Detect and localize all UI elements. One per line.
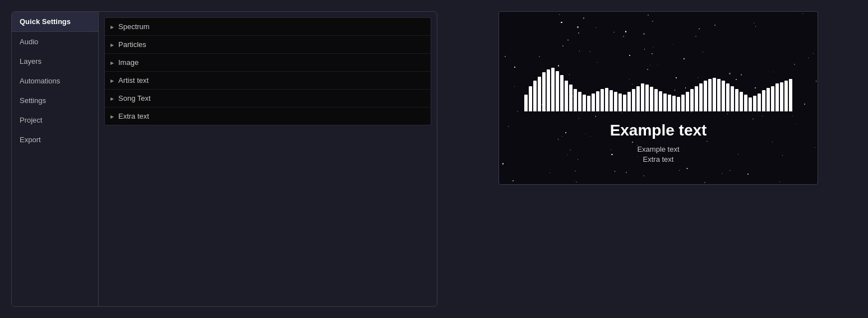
app-container: Quick SettingsAudioLayersAutomationsSett…	[0, 0, 868, 318]
layer-item-particles[interactable]: ▶Particles	[105, 36, 431, 54]
spectrum-bar	[726, 83, 730, 111]
spectrum-bar	[592, 93, 595, 111]
spectrum-bar	[610, 90, 613, 111]
preview-main-text: Example text	[610, 121, 707, 139]
spectrum-bar	[605, 88, 608, 111]
spectrum-bar	[708, 79, 712, 111]
spectrum-bar	[735, 89, 738, 111]
spectrum-bar	[758, 93, 761, 111]
layer-label: Extra text	[118, 112, 149, 120]
spectrum-bar	[789, 79, 792, 111]
sidebar-item-automations[interactable]: Automations	[12, 71, 98, 91]
spectrum-bar	[780, 82, 783, 111]
sidebar-item-quick-settings[interactable]: Quick Settings	[12, 12, 98, 32]
spectrum-bar	[551, 68, 555, 111]
spectrum-bar	[538, 77, 541, 111]
sidebar: Quick SettingsAudioLayersAutomationsSett…	[12, 12, 99, 306]
layers-list: ▶Spectrum▶Particles▶Image▶Artist text▶So…	[104, 17, 431, 125]
spectrum-bar	[529, 86, 532, 111]
preview-box: Example text Example text Extra text	[498, 11, 818, 185]
spectrum-bar	[614, 92, 617, 111]
spectrum-bar	[547, 69, 550, 111]
spectrum-bar	[659, 91, 662, 111]
chevron-right-icon: ▶	[110, 114, 115, 119]
spectrum-bar	[654, 89, 658, 111]
spectrum-bar	[623, 95, 626, 111]
spectrum-bar	[690, 89, 694, 111]
spectrum-bar	[560, 75, 564, 111]
layer-item-artist-text[interactable]: ▶Artist text	[105, 72, 431, 90]
spectrum-bar	[713, 78, 716, 111]
spectrum-bar	[731, 86, 734, 111]
spectrum-bar	[601, 89, 604, 111]
spectrum-bar	[574, 89, 577, 111]
spectrum-bar	[749, 97, 752, 111]
spectrum-bar	[627, 92, 631, 111]
sidebar-item-layers[interactable]: Layers	[12, 52, 98, 71]
spectrum-bar	[542, 72, 546, 111]
spectrum-bar	[663, 93, 667, 111]
spectrum-bar	[704, 81, 707, 111]
spectrum-bar	[650, 87, 653, 111]
spectrum-bar	[767, 88, 770, 111]
chevron-right-icon: ▶	[110, 60, 115, 65]
layer-label: Spectrum	[118, 22, 150, 31]
spectrum-bar	[569, 85, 572, 111]
layer-label: Particles	[118, 40, 146, 49]
spectrum-bar	[524, 95, 528, 111]
spectrum-bar	[722, 81, 725, 111]
spectrum-bar	[587, 96, 590, 111]
spectrum-bars	[524, 67, 792, 111]
layer-label: Song Text	[118, 94, 151, 102]
spectrum-bar	[784, 81, 788, 111]
sidebar-item-settings[interactable]: Settings	[12, 91, 98, 110]
spectrum-bar	[632, 89, 635, 111]
spectrum-bar	[740, 92, 743, 111]
spectrum-bar	[565, 81, 568, 111]
chevron-right-icon: ▶	[110, 96, 115, 101]
preview-panel: Example text Example text Extra text	[460, 11, 857, 185]
sidebar-item-audio[interactable]: Audio	[12, 32, 98, 52]
spectrum-bar	[681, 95, 685, 111]
spectrum-bar	[775, 83, 779, 111]
layer-label: Artist text	[118, 76, 149, 85]
chevron-right-icon: ▶	[110, 25, 115, 29]
spectrum-bar	[762, 90, 765, 111]
chevron-right-icon: ▶	[110, 78, 115, 83]
spectrum-bar	[578, 92, 581, 111]
preview-sub-text: Example text	[637, 145, 679, 153]
layer-item-image[interactable]: ▶Image	[105, 54, 431, 72]
spectrum-bar	[583, 95, 586, 111]
spectrum-bar	[556, 71, 559, 111]
spectrum-bar	[771, 86, 774, 111]
spectrum-bar	[618, 93, 622, 111]
spectrum-bar	[744, 95, 747, 111]
spectrum-bar	[699, 83, 703, 111]
layer-label: Image	[118, 58, 138, 67]
spectrum-bar	[645, 85, 649, 111]
spectrum-bar	[695, 86, 698, 111]
layer-item-spectrum[interactable]: ▶Spectrum	[105, 18, 431, 36]
sidebar-item-export[interactable]: Export	[12, 130, 98, 149]
spectrum-bar	[636, 86, 640, 111]
spectrum-bar	[596, 91, 599, 111]
spectrum-bar	[677, 97, 680, 111]
layer-item-song-text[interactable]: ▶Song Text	[105, 90, 431, 107]
main-content: ▶Spectrum▶Particles▶Image▶Artist text▶So…	[99, 12, 437, 306]
sidebar-item-project[interactable]: Project	[12, 110, 98, 130]
spectrum-bar	[672, 96, 676, 111]
chevron-right-icon: ▶	[110, 43, 115, 47]
spectrum-bar	[686, 92, 689, 111]
spectrum-bar	[668, 95, 671, 111]
layer-item-extra-text[interactable]: ▶Extra text	[105, 107, 431, 125]
left-panel: Quick SettingsAudioLayersAutomationsSett…	[11, 11, 437, 307]
spectrum-bar	[533, 81, 537, 111]
spectrum-bar	[753, 96, 756, 111]
spectrum-bar	[717, 79, 721, 111]
spectrum-bar	[641, 83, 644, 111]
preview-extra-text: Extra text	[643, 155, 674, 163]
